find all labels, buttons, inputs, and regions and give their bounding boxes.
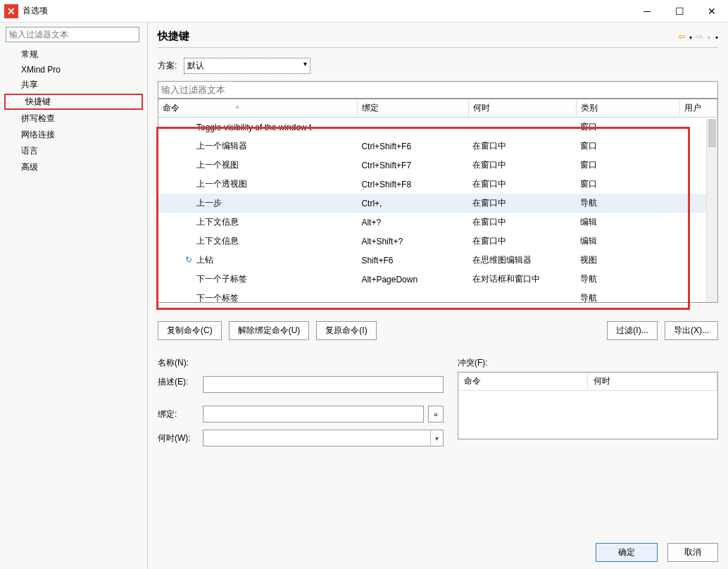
table-row[interactable]: 上一个视图Ctrl+Shift+F7在窗口中窗口 [158,156,717,175]
when-cell: 在窗口中 [468,232,576,251]
sidebar-item-2[interactable]: 共享 [0,77,147,93]
chevron-down-icon: ▾ [303,60,307,68]
cmd-cell: 上下文信息 [196,236,239,246]
ok-button[interactable]: 确定 [596,543,658,562]
minimize-button[interactable]: ─ [631,0,663,23]
titlebar: ✕ 首选项 ─ ☐ ✕ [0,0,728,23]
conflict-label: 冲突(F): [458,357,718,369]
cmd-cell: 上一个透视图 [196,179,247,189]
bind-cell [357,289,468,303]
nav-arrows: ⇦ ▾ ⇨ ▾ ▾ [677,31,718,42]
copy-command-button[interactable]: 复制命令(C) [158,321,222,340]
desc-label: 描述(E): [158,376,203,388]
commands-table-wrap: 命令^ 绑定 何时 类别 用户 Toggle visibility of the… [158,99,718,303]
sidebar-item-7[interactable]: 高级 [0,159,147,175]
scheme-value: 默认 [187,61,204,70]
table-row[interactable]: Toggle visibility of the window t窗口 [158,118,717,137]
cmd-cell: 上一步 [196,198,222,208]
when-cell: 在窗口中 [468,213,576,232]
sidebar-item-0[interactable]: 常规 [0,46,147,63]
conflict-col-when[interactable]: 何时 [588,373,717,390]
when-cell [468,118,576,137]
window-title: 首选项 [23,5,48,17]
col-binding[interactable]: 绑定 [357,99,468,118]
when-cell: 在对话框和窗口中 [468,270,576,289]
scheme-select[interactable]: 默认 ▾ [184,58,310,74]
maximize-button[interactable]: ☐ [663,0,696,23]
table-scrollbar[interactable] [706,119,717,302]
refresh-icon: ↻ [185,255,194,265]
when-cell [468,289,576,303]
cancel-button[interactable]: 取消 [667,543,718,562]
when-label: 何时(W): [158,432,203,444]
table-row[interactable]: 下一个子标签Alt+PageDown在对话框和窗口中导航 [158,270,717,289]
binding-field[interactable] [203,406,424,423]
cmd-cell: 下一个子标签 [196,274,247,284]
conflict-col-command[interactable]: 命令 [458,373,588,390]
sidebar-filter-input[interactable] [6,27,139,42]
sidebar-item-5[interactable]: 网络连接 [0,127,147,143]
bind-cell: Ctrl+, [357,194,468,213]
filter-button[interactable]: 过滤(I)... [607,321,658,340]
when-combo[interactable]: ▾ [203,430,444,446]
export-button[interactable]: 导出(X)... [665,321,718,340]
col-when[interactable]: 何时 [468,99,576,118]
sidebar-item-4[interactable]: 拼写检查 [0,111,147,127]
name-label: 名称(N): [158,357,203,369]
table-row[interactable]: 上一个编辑器Ctrl+Shift+F6在窗口中窗口 [158,137,717,156]
col-category[interactable]: 类别 [576,99,680,118]
cat-cell: 编辑 [576,232,680,251]
col-command[interactable]: 命令^ [158,99,357,118]
cmd-cell: 上钻 [196,255,213,265]
cat-cell: 视图 [576,251,680,270]
chevron-down-icon: ▾ [430,430,443,446]
when-cell: 在窗口中 [468,194,576,213]
scheme-label: 方案: [158,61,177,70]
table-row[interactable]: 下一个标签导航 [158,289,717,303]
unbind-command-button[interactable]: 解除绑定命令(U) [229,321,310,340]
cmd-cell: 上一个编辑器 [196,141,247,151]
commands-table: 命令^ 绑定 何时 类别 用户 Toggle visibility of the… [158,99,717,303]
cmd-cell: 下一个标签 [196,293,239,303]
forward-dropdown-icon[interactable]: ▾ [708,35,710,41]
cat-cell: 编辑 [576,213,680,232]
bind-cell: Alt+? [357,213,468,232]
table-row[interactable]: 上下文信息Alt+Shift+?在窗口中编辑 [158,232,717,251]
cmd-cell: 上一个视图 [196,160,239,170]
cmd-cell: 上下文信息 [196,217,239,227]
back-dropdown-icon[interactable]: ▾ [689,35,692,41]
sidebar-item-3[interactable]: 快捷键 [4,94,143,110]
close-button[interactable]: ✕ [696,0,728,23]
cmd-cell: Toggle visibility of the window t [196,123,311,132]
sidebar-item-1[interactable]: XMind Pro [0,63,147,77]
table-row[interactable]: ↻上钻Shift+F6在思维图编辑器视图 [158,251,717,270]
table-row[interactable]: 上一步Ctrl+,在窗口中导航 [158,194,717,213]
conflict-box: 命令 何时 [458,372,718,439]
bind-cell: Alt+Shift+? [357,232,468,251]
col-user[interactable]: 用户 [680,99,717,118]
sidebar: 常规XMind Pro共享快捷键拼写检查网络连接语言高级 [0,23,148,569]
binding-label: 绑定: [158,408,203,420]
bind-cell: Ctrl+Shift+F8 [357,175,468,194]
cat-cell: 导航 [576,270,680,289]
forward-arrow-icon[interactable]: ⇨ [696,31,703,42]
cat-cell: 窗口 [576,175,680,194]
menu-dropdown-icon[interactable]: ▾ [715,35,718,41]
bind-cell: Ctrl+Shift+F6 [357,137,468,156]
cat-cell: 导航 [576,289,680,303]
binding-clear-button[interactable]: « [428,406,444,423]
bind-cell: Alt+PageDown [357,270,468,289]
cat-cell: 窗口 [576,118,680,137]
table-row[interactable]: 上下文信息Alt+?在窗口中编辑 [158,213,717,232]
cat-cell: 导航 [576,194,680,213]
app-icon: ✕ [4,4,18,18]
scrollbar-thumb[interactable] [708,119,716,147]
description-field[interactable] [203,376,444,393]
restore-command-button[interactable]: 复原命令(I) [316,321,376,340]
cat-cell: 窗口 [576,137,680,156]
cat-cell: 窗口 [576,156,680,175]
sidebar-item-6[interactable]: 语言 [0,143,147,159]
table-filter-input[interactable] [158,81,718,99]
back-arrow-icon[interactable]: ⇦ [678,31,686,42]
table-row[interactable]: 上一个透视图Ctrl+Shift+F8在窗口中窗口 [158,175,717,194]
